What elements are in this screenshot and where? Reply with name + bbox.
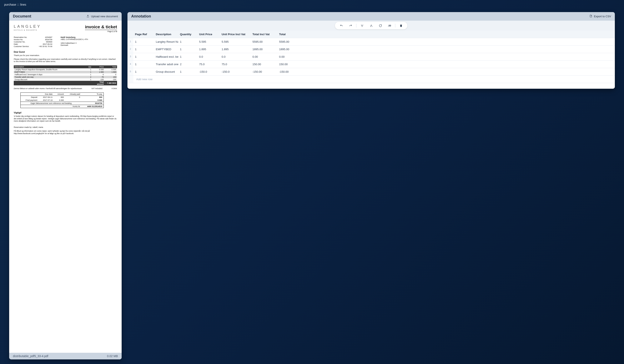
row-index: 5 xyxy=(128,68,133,75)
merge-button[interactable] xyxy=(358,23,366,28)
cell-total-incl-vat[interactable]: 1895.00 xyxy=(251,46,277,53)
document-panel: Document Upload new document LANGLEY HOT… xyxy=(9,12,122,359)
export-csv-button[interactable]: Export to CSV xyxy=(589,15,611,18)
cell-page-ref[interactable]: 1 xyxy=(133,53,154,60)
salutation: Dear Guest xyxy=(14,51,117,53)
annotation-grid[interactable]: Page Ref Description Quantity Unit Price… xyxy=(128,31,615,83)
annotation-panel: Annotation Export to CSV .00 xyxy=(128,12,615,89)
cell-description[interactable]: Group discount xyxy=(154,68,178,75)
social-text: Få tilbud og information om vores rejser… xyxy=(14,130,117,135)
table-row[interactable]: 1 1 Langley Resort Na 1 5.595 5.595 5595… xyxy=(128,38,615,46)
cell-description[interactable]: EMPTYBED xyxy=(154,46,178,53)
document-panel-title: Document xyxy=(13,14,31,19)
export-csv-label: Export to CSV xyxy=(594,15,611,18)
row-index: 2 xyxy=(128,46,133,53)
invoice-lines-table: Description Qty Price Total Langley Reso… xyxy=(14,65,117,85)
document-viewer[interactable]: LANGLEY HOTELS & RESORTS invoice & ticke… xyxy=(9,21,122,353)
check-text: Please check the information regarding y… xyxy=(14,58,117,63)
annotation-panel-header: Annotation Export to CSV xyxy=(128,12,615,21)
table-row[interactable]: 5 1 Group discount 1 -150.0 -150.0 -150.… xyxy=(128,68,615,76)
cell-quantity[interactable]: 1 xyxy=(178,68,197,75)
row-index: 3 xyxy=(128,53,133,60)
refresh-button[interactable] xyxy=(376,23,385,28)
cell-unit-price[interactable]: 1.895 xyxy=(197,46,220,53)
cell-total[interactable]: 0.00 xyxy=(277,53,296,60)
table-row[interactable]: 3 1 Halfboard excl. be 1 0.0 0.0 0.00 0.… xyxy=(128,53,615,61)
row-index: 1 xyxy=(128,38,133,45)
invoice-line: EMPTYBED11 8951 895 xyxy=(14,71,117,73)
grid-header-row: Page Ref Description Quantity Unit Price… xyxy=(128,31,615,38)
row-index: 4 xyxy=(128,61,133,68)
cell-quantity[interactable]: 1 xyxy=(178,53,197,60)
payment-box: Due dateAmountAlready paidTo pay Deposit… xyxy=(20,92,104,108)
workspace: Document Upload new document LANGLEY HOT… xyxy=(0,8,624,364)
cell-page-ref[interactable]: 1 xyxy=(133,46,154,53)
cell-total[interactable]: -150.00 xyxy=(277,68,296,75)
cell-description[interactable]: Langley Resort Na xyxy=(154,38,178,45)
upload-icon xyxy=(86,15,89,18)
cell-page-ref[interactable]: 1 xyxy=(133,68,154,75)
cell-unit-price-incl-vat[interactable]: 0.0 xyxy=(220,53,251,60)
invoice-line: Group discount1-150-150 xyxy=(14,78,117,81)
invoice-heading: invoice & ticket Page 1 of 3 xyxy=(85,24,117,32)
important-body: Vi beder dig venligst noterer datoen for… xyxy=(14,115,117,122)
cell-unit-price-incl-vat[interactable]: 5.595 xyxy=(220,38,251,45)
cell-total[interactable]: 5595.00 xyxy=(277,38,296,45)
cell-total-incl-vat[interactable]: 150.00 xyxy=(251,61,277,68)
document-filename: distributable_pdf5_33-4.pdf xyxy=(13,354,48,358)
table-row[interactable]: 4 1 Transfer adult one 2 75.0 75.0 150.0… xyxy=(128,61,615,68)
cell-unit-price[interactable]: 0.0 xyxy=(197,53,220,60)
invoice-line: Langley Resort Napoleon Bonaparte, Doubl… xyxy=(14,68,117,71)
important-heading: Vigtigt! xyxy=(14,111,117,114)
invoice-meta: Reservation No.4234997 Invoice No.301673… xyxy=(14,36,52,48)
cell-quantity[interactable]: 1 xyxy=(178,38,197,45)
invoice-line: Transfer adult one way275150 xyxy=(14,76,117,78)
document-filesize: 0.02 MB xyxy=(107,354,118,358)
export-icon xyxy=(589,15,592,18)
cell-total[interactable]: 1895.00 xyxy=(277,46,296,53)
upload-document-button[interactable]: Upload new document xyxy=(86,15,118,18)
add-row-button[interactable]: Add new row xyxy=(133,76,154,83)
breadcrumb: purchase ::: lines xyxy=(0,0,624,8)
cell-unit-price-incl-vat[interactable]: 1.895 xyxy=(220,46,251,53)
cell-description[interactable]: Halfboard excl. be xyxy=(154,53,178,60)
decimal-button[interactable]: .00 xyxy=(385,23,394,28)
page-indicator: Page 1 of 3 xyxy=(85,30,117,32)
cell-total-incl-vat[interactable]: 0.00 xyxy=(251,53,277,60)
invoice-line: Halfboard excl. beverages 6 days100 xyxy=(14,73,117,76)
annotation-panel-title: Annotation xyxy=(131,14,151,19)
invoice-address: Heidi Vesterberg ABEL CATHRINESAGDE 6, 4… xyxy=(61,36,88,48)
cell-page-ref[interactable]: 1 xyxy=(133,61,154,68)
redo-button[interactable] xyxy=(346,23,355,28)
cell-page-ref[interactable]: 1 xyxy=(133,38,154,45)
cell-description[interactable]: Transfer adult one xyxy=(154,61,178,68)
invoice-title: invoice & ticket xyxy=(85,24,117,29)
cell-quantity[interactable]: 2 xyxy=(178,61,197,68)
cell-quantity[interactable]: 1 xyxy=(178,46,197,53)
upload-document-label: Upload new document xyxy=(91,15,118,18)
grid-empty-row: Add new row xyxy=(128,76,615,83)
cell-unit-price[interactable]: 5.595 xyxy=(197,38,220,45)
invoice-logo: LANGLEY HOTELS & RESORTS xyxy=(14,24,41,31)
cell-unit-price-incl-vat[interactable]: 75.0 xyxy=(220,61,251,68)
cell-unit-price[interactable]: 75.0 xyxy=(197,61,220,68)
cell-total-incl-vat[interactable]: 5595.00 xyxy=(251,38,277,45)
annotation-toolbar: .00 xyxy=(128,21,615,31)
delete-button[interactable] xyxy=(396,23,405,28)
document-panel-header: Document Upload new document xyxy=(9,12,122,21)
cell-total-incl-vat[interactable]: -150.00 xyxy=(251,68,277,75)
logo-subtitle: HOTELS & RESORTS xyxy=(14,29,41,31)
cell-unit-price-incl-vat[interactable]: -150.0 xyxy=(220,68,251,75)
document-footer: distributable_pdf5_33-4.pdf 0.02 MB xyxy=(9,353,122,359)
cell-unit-price[interactable]: -150.0 xyxy=(197,68,220,75)
thanks-text: Thank you for your reservation. xyxy=(14,54,117,57)
split-button[interactable] xyxy=(367,23,376,28)
cell-total[interactable]: 150.00 xyxy=(277,61,296,68)
table-row[interactable]: 2 1 EMPTYBED 1 1.895 1.895 1895.00 1895.… xyxy=(128,46,615,53)
undo-button[interactable] xyxy=(337,23,346,28)
vat-note: Denna faktura er udstedt uden moms i hen… xyxy=(14,87,117,90)
logo-name: LANGLEY xyxy=(14,24,41,29)
made-by: Reservation made by: zabell, maria xyxy=(14,126,117,129)
